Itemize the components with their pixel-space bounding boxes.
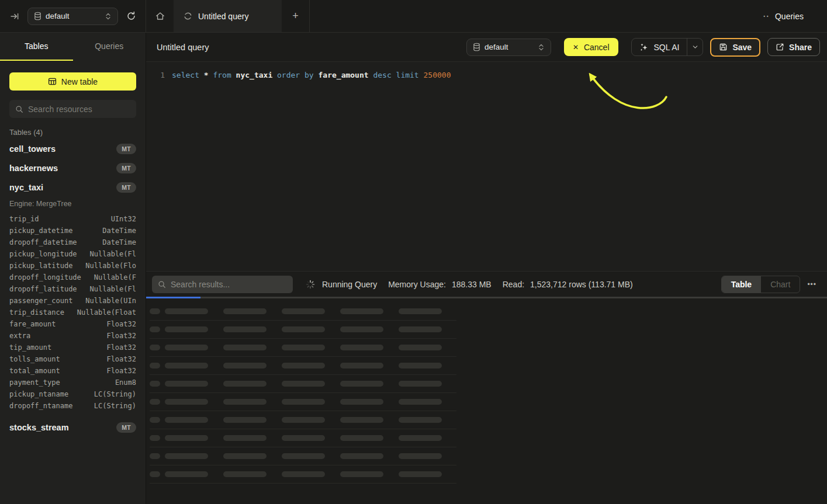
new-table-button[interactable]: New table [9,72,136,91]
save-button[interactable]: Save [710,38,760,57]
skeleton-cell [223,417,267,423]
sql-editor[interactable]: 1 select * from nyc_taxi order by fare_a… [146,62,827,271]
line-number: 1 [152,69,165,81]
table-row [150,321,456,339]
table-name: hackernews [9,164,58,173]
share-button[interactable]: Share [767,38,820,56]
table-row [150,429,456,447]
table-item-hackernews[interactable]: hackernewsMT [9,158,136,178]
cancel-label: Cancel [584,43,610,52]
view-tab-table[interactable]: Table [722,276,762,293]
database-selector[interactable]: default [27,8,118,25]
view-toggle: TableChart [721,276,801,293]
skeleton-cell [340,363,383,369]
skeleton-cell [150,453,160,459]
column-type: Float32 [106,355,136,363]
table-item-nyc_taxi[interactable]: nyc_taxiMT [9,178,136,197]
tab-untitled-query[interactable]: Untitled query [174,0,282,32]
column-name: total_amount [9,367,60,375]
table-row [150,447,456,465]
memory-usage-label: Memory Usage: [388,280,446,289]
skeleton-cell [340,381,383,387]
table-item-cell_towers[interactable]: cell_towersMT [9,139,136,158]
skeleton-cell [223,308,267,314]
sql-token: from [213,71,236,79]
column-name: pickup_latitude [9,262,72,270]
sql-token: by [304,71,318,79]
more-options-button[interactable]: ••• [807,280,816,289]
column-type: Float32 [106,367,136,375]
sql-ai-split-button: SQL AI [631,38,704,56]
query-status: Running Query [322,280,377,289]
skeleton-cell [223,453,267,459]
skeleton-cell [165,326,208,332]
chevron-updown-icon [105,12,112,20]
skeleton-cell [399,381,442,387]
cancel-query-button[interactable]: ✕ Cancel [564,38,618,56]
skeleton-cell [150,435,160,441]
skeleton-cell [399,417,442,423]
sidebar-tab-queries[interactable]: Queries [73,33,146,61]
column-name: tip_amount [9,343,51,352]
sidebar-collapse-button[interactable] [7,9,22,24]
skeleton-cell [223,435,267,441]
column-name: extra [9,332,30,340]
column-list: trip_idUInt32pickup_datetimeDateTimedrop… [9,213,136,412]
skeleton-cell [399,453,442,459]
sidebar-tab-tables[interactable]: Tables [0,33,73,61]
search-icon [158,280,166,289]
resource-search [9,100,136,118]
home-tab-button[interactable] [146,0,174,32]
column-row: pickup_ntanameLC(String) [9,388,136,400]
column-type: UInt32 [111,215,136,223]
skeleton-cell [165,345,208,350]
sql-ai-button[interactable]: SQL AI [632,39,687,55]
home-icon [155,11,165,22]
sql-ai-dropdown-button[interactable] [687,39,703,55]
new-tab-button[interactable]: + [282,0,310,32]
skeleton-cell [282,381,325,387]
column-row: dropoff_latitudeNullable(Fl [9,283,136,295]
resource-search-input[interactable] [28,105,130,114]
chevron-down-icon [692,44,698,50]
skeleton-cell [223,399,267,405]
column-type: Nullable(F [94,273,136,281]
column-row: trip_distanceNullable(Float [9,307,136,318]
skeleton-cell [150,471,160,477]
queries-menu-button[interactable]: ·· Queries [763,0,827,32]
skeleton-cell [150,417,160,423]
column-row: tip_amountFloat32 [9,342,136,353]
table-item-stocks_stream[interactable]: stocks_streamMT [9,418,136,437]
column-type: Nullable(Float [77,308,136,317]
app-window: default Untitled query + ·· Queries [0,0,827,504]
column-type: Nullable(Flo [85,262,136,270]
sql-token: fare_amount [319,71,373,79]
skeleton-cell [340,399,383,405]
sql-statement: select * from nyc_taxi order by fare_amo… [172,69,451,81]
column-name: trip_id [9,215,39,223]
results-search-input[interactable] [171,280,287,289]
top-bar: default Untitled query + ·· Queries [0,0,827,33]
sidebar-body: New table Tables (4) cell_towersMThacker… [0,61,146,504]
engine-badge: MT [116,182,136,193]
body-row: TablesQueries New table Tables (4) cell_… [0,33,827,504]
skeleton-cell [282,345,325,350]
table-row [150,411,456,429]
code-line: 1 select * from nyc_taxi order by fare_a… [146,69,827,81]
skeleton-cell [165,471,208,477]
column-name: pickup_datetime [9,227,72,235]
skeleton-cell [340,417,383,423]
table-row [150,357,456,375]
column-type: LC(String) [94,402,136,410]
query-database-value: default [485,43,508,51]
query-database-selector[interactable]: default [466,39,551,56]
view-tab-chart[interactable]: Chart [761,276,800,293]
column-row: fare_amountFloat32 [9,318,136,330]
table-name: stocks_stream [9,423,69,432]
skeleton-cell [223,345,267,350]
refresh-button[interactable] [123,9,139,24]
skeleton-cell [282,363,325,369]
skeleton-cell [223,326,267,332]
column-type: DateTime [102,227,136,235]
table-name: cell_towers [9,144,56,154]
